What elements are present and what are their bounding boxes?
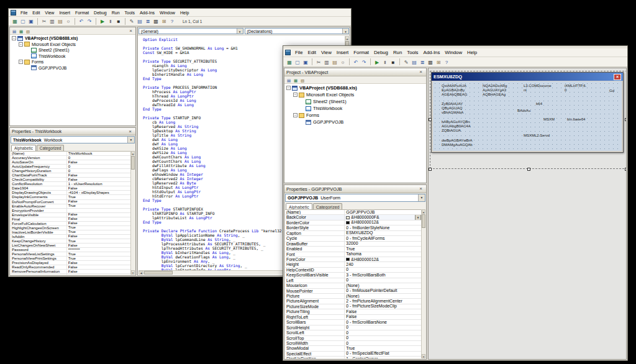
scroll-thumb[interactable] [131, 156, 135, 170]
object-browser-icon[interactable]: ▩ [152, 17, 160, 25]
property-row--name-[interactable]: (Name)GGPJPPVOJB [285, 210, 421, 215]
project-explorer-icon[interactable]: ▤ [136, 17, 143, 25]
form-label-control[interactable]: QxiA6APoAUA EyAGBA2nBy AGEAbQBEAG [442, 84, 467, 97]
object-selector[interactable]: GGPJPPVOJB UserForm ▾ [285, 194, 425, 202]
property-row-displaydrawingobjects[interactable]: DisplayDrawingObjects-4104 - xlDisplaySh… [11, 191, 130, 195]
property-row-inactivelistbordervisible[interactable]: InactiveListBorderVisibleTrue [11, 230, 130, 235]
property-row-scrolltop[interactable]: ScrollTop0 [285, 336, 421, 341]
tree-item-thisworkbook[interactable]: ThisWorkbook [284, 105, 426, 112]
vertical-scrollbar[interactable]: ▲ ▼ [130, 151, 135, 275]
menu-insert[interactable]: Insert [334, 49, 352, 56]
chevron-down-icon[interactable]: ▾ [418, 194, 425, 201]
menu-format[interactable]: Format [73, 10, 91, 16]
property-row-forcefullcalculation[interactable]: ForceFullCalculationFalse [11, 222, 130, 226]
property-row-scrollwidth[interactable]: ScrollWidth0 [285, 341, 421, 346]
tree-item-sheet2-sheet1-[interactable]: Sheet2 (Sheet1) [284, 98, 426, 105]
menu-edit[interactable]: Edit [306, 49, 319, 56]
form-label-control[interactable]: BAdvA» [517, 109, 531, 113]
property-row-password[interactable]: Password******** [11, 248, 130, 252]
resize-handle[interactable] [527, 168, 530, 171]
save-icon[interactable]: ▣ [27, 17, 35, 25]
run-icon[interactable]: ▶ [373, 58, 381, 66]
menu-edit[interactable]: Edit [30, 10, 42, 16]
run-icon[interactable]: ▶ [99, 17, 106, 25]
paste-icon[interactable]: ▤ [331, 58, 338, 66]
property-row-autosaveon[interactable]: AutoSaveOnFalse [11, 160, 130, 165]
property-row-righttoleft[interactable]: RightToLeftFalse [285, 315, 421, 320]
property-row-font[interactable]: FontTahoma [285, 252, 421, 257]
property-row-autoupdatefrequency[interactable]: AutoUpdateFrequency0 [11, 165, 130, 169]
project-explorer-icon[interactable]: ▤ [411, 58, 418, 66]
scroll-up-icon[interactable]: ▲ [131, 151, 135, 155]
property-row-highlightchangesonscreen[interactable]: HighlightChangesOnScreenTrue [11, 226, 130, 230]
userform-canvas[interactable]: QxiA6APoAUA EyAGBA2nBy AGEAbQBEAGNQA2ADc… [433, 81, 622, 151]
toggle-folders-icon[interactable]: ▧ [299, 77, 306, 83]
design-mode-icon[interactable]: ✎ [128, 17, 135, 25]
property-row-cycle[interactable]: Cycle0 - fmCycleAllForms [285, 236, 421, 241]
resize-handle[interactable] [429, 118, 432, 121]
redo-icon[interactable]: ↷ [86, 17, 93, 25]
scroll-left-icon[interactable]: ◀ [139, 271, 143, 275]
properties-window-icon[interactable]: ≣ [419, 58, 426, 66]
toolbox-icon[interactable]: ⊞ [160, 17, 168, 25]
resize-handle[interactable] [625, 168, 627, 171]
chevron-down-icon[interactable]: ▾ [342, 29, 348, 34]
insert-userform-icon[interactable]: ▢ [19, 17, 27, 25]
menu-debug[interactable]: Debug [91, 10, 109, 16]
property-row-specialeffect[interactable]: SpecialEffect0 - fmSpecialEffectFlat [285, 352, 421, 357]
property-row-chartdatapointtrack[interactable]: ChartDataPointTrackFalse [11, 173, 130, 178]
menu-help[interactable]: Help [465, 49, 479, 56]
close-icon[interactable]: × [417, 186, 424, 192]
menu-tools[interactable]: Tools [122, 10, 137, 16]
property-row-helpcontextid[interactable]: HelpContextID0 [285, 268, 421, 273]
tree-expander-icon[interactable]: − [293, 113, 298, 117]
property-row-picturealignment[interactable]: PictureAlignment2 - fmPictureAlignmentCe… [285, 299, 421, 304]
property-row-height[interactable]: Height240 [285, 262, 421, 267]
tree-item-microsoft-excel-objects[interactable]: −Microsoft Excel Objects [10, 42, 135, 48]
tree-item-ggpjppvojb[interactable]: GGPJPPVOJB [284, 119, 426, 125]
menu-window[interactable]: Window [157, 10, 178, 16]
property-row-mouseicon[interactable]: MouseIcon(None) [285, 283, 421, 288]
form-label-control[interactable]: iXMLHTTP.6. 0 [565, 84, 586, 93]
menu-run[interactable]: Run [109, 10, 122, 16]
property-row-changehistoryduration[interactable]: ChangeHistoryDuration0 [11, 169, 130, 173]
property-row-displayinkcomments[interactable]: DisplayInkCommentsTrue [11, 195, 130, 199]
tree-item-vbaproject-vsdb688-xls-[interactable]: −VBAProject (VSDB688.xls) [284, 84, 426, 91]
property-row-conflictresolution[interactable]: ConflictResolution1 - xlUserResolution [11, 182, 130, 186]
menu-add-ins[interactable]: Add-Ins [137, 10, 157, 16]
close-icon[interactable]: × [127, 28, 134, 34]
property-row-drawbuffer[interactable]: DrawBuffer32000 [285, 242, 421, 247]
property-row-readonlyrecommended[interactable]: ReadOnlyRecommendedFalse [11, 265, 130, 270]
help-icon[interactable]: ? [443, 58, 450, 66]
tree-item-ggpjppvojb[interactable]: GGPJPPVOJB [10, 65, 135, 71]
menu-run[interactable]: Run [391, 49, 404, 56]
scroll-down-icon[interactable]: ▼ [422, 354, 425, 358]
close-icon[interactable]: × [417, 69, 424, 75]
form-label-control[interactable]: dwBpAGBAYwBrA DMAMgAuAGQAb [442, 139, 473, 147]
view-object-icon[interactable]: ▦ [18, 28, 24, 34]
cut-icon[interactable]: ✂ [40, 17, 48, 25]
property-row-picturesizemode[interactable]: PictureSizeMode0 - fmPictureSizeModeClip [285, 304, 421, 309]
menu-insert[interactable]: Insert [57, 10, 73, 16]
chevron-down-icon[interactable]: ▾ [127, 137, 134, 143]
menu-window[interactable]: Window [442, 49, 465, 56]
property-row-bordercolor[interactable]: BorderColor&H80000012& [285, 221, 421, 225]
tree-expander-icon[interactable]: − [293, 93, 298, 97]
property-row-accuracyversion[interactable]: AccuracyVersion0 [11, 156, 130, 160]
property-row-keepscrollbarsvisible[interactable]: KeepScrollBarsVisible3 - fmScrollBarsBot… [285, 273, 421, 278]
menu-format[interactable]: Format [351, 49, 371, 56]
form-label-control[interactable]: bAByAGcAYQBn AGUAbgB0AC4A ZQBtAGUA [442, 120, 471, 133]
tree-item-sheet2-sheet1-[interactable]: Sheet2 (Sheet1) [10, 47, 135, 53]
excel-icon[interactable]: ▦ [11, 17, 19, 25]
insert-userform-icon[interactable]: ▢ [294, 58, 301, 66]
reset-icon[interactable]: ■ [115, 17, 122, 25]
design-mode-icon[interactable]: ✎ [402, 58, 410, 66]
view-code-icon[interactable]: ▤ [11, 28, 17, 34]
property-row-enabled[interactable]: EnabledTrue [285, 247, 421, 252]
property-row-startupposition[interactable]: StartUpPosition1 - CenterOwner [285, 357, 421, 358]
property-row-caption[interactable]: CaptionESMXU8ZDQ [285, 231, 421, 236]
help-icon[interactable]: ? [168, 17, 176, 25]
property-row-keepchangehistory[interactable]: KeepChangeHistoryTrue [11, 239, 130, 243]
reset-icon[interactable]: ■ [389, 58, 397, 66]
tab-categorized[interactable]: Categorized [37, 145, 64, 151]
